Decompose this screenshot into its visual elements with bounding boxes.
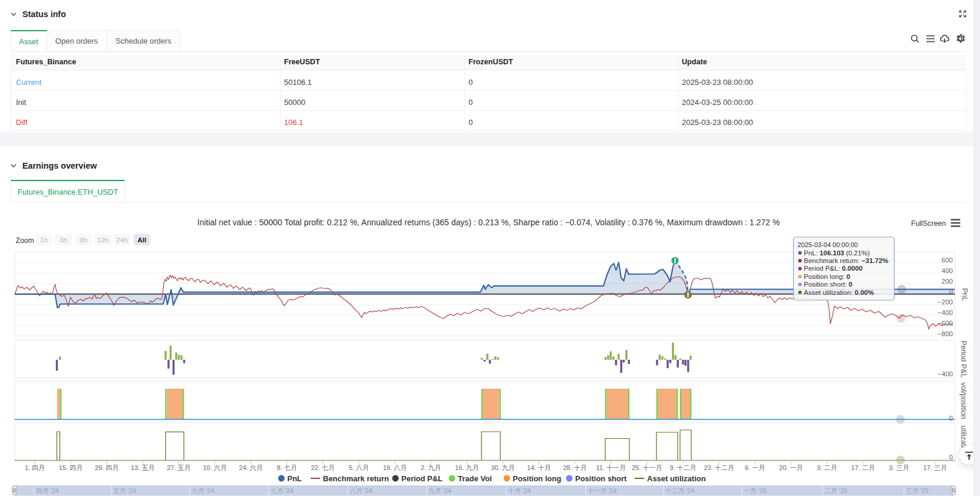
svg-text:Period P&L: Period P&L bbox=[959, 340, 968, 377]
svg-text:十一月 '24: 十一月 '24 bbox=[588, 487, 616, 494]
svg-text:400: 400 bbox=[942, 267, 953, 274]
svg-text:10. 六月: 10. 六月 bbox=[203, 464, 226, 471]
svg-text:二月 '25: 二月 '25 bbox=[824, 487, 847, 494]
svg-text:17. 三月: 17. 三月 bbox=[923, 464, 947, 471]
svg-text:Initial net value : 50000 Tota: Initial net value : 50000 Total profit: … bbox=[197, 218, 780, 227]
svg-text:十二月 '24: 十二月 '24 bbox=[665, 487, 694, 494]
svg-text:28. 十月: 28. 十月 bbox=[563, 464, 586, 471]
svg-text:3. 二月: 3. 二月 bbox=[817, 464, 837, 471]
svg-text:23. 十二月: 23. 十二月 bbox=[704, 464, 734, 471]
svg-text:5. 八月: 5. 八月 bbox=[349, 464, 369, 471]
svg-text:八月 '24: 八月 '24 bbox=[349, 487, 372, 495]
svg-text:六月 '24: 六月 '24 bbox=[192, 487, 215, 494]
svg-text:8. 七月: 8. 七月 bbox=[277, 464, 297, 471]
svg-text:−400: −400 bbox=[938, 370, 953, 377]
svg-text:14. 十月: 14. 十月 bbox=[527, 464, 550, 471]
svg-text:9. 十二月: 9. 十二月 bbox=[669, 464, 696, 471]
svg-text:2025-03-04 00:00:00: 2025-03-04 00:00:00 bbox=[798, 241, 858, 248]
svg-text:三月 '25: 三月 '25 bbox=[906, 487, 929, 494]
svg-text:−800: −800 bbox=[938, 330, 953, 337]
svg-text:PnL: PnL bbox=[961, 288, 969, 301]
svg-text:0: 0 bbox=[949, 288, 953, 295]
svg-text:四月 '24: 四月 '24 bbox=[36, 487, 59, 494]
svg-text:七月 '24: 七月 '24 bbox=[270, 487, 293, 494]
svg-text:FullScreen: FullScreen bbox=[911, 219, 946, 228]
svg-text:16. 九月: 16. 九月 bbox=[455, 464, 479, 471]
svg-text:15. 四月: 15. 四月 bbox=[59, 464, 83, 471]
svg-text:Benchmark return: −31.72%: Benchmark return: −31.72% bbox=[804, 257, 889, 264]
svg-text:17. 二月: 17. 二月 bbox=[851, 464, 875, 471]
svg-text:20. 一月: 20. 一月 bbox=[779, 464, 803, 471]
svg-text:Trade Vol: Trade Vol bbox=[458, 474, 492, 483]
svg-text:Position short: Position short bbox=[575, 474, 627, 483]
svg-text:3. 三月: 3. 三月 bbox=[889, 464, 909, 471]
svg-text:25. 十一月: 25. 十一月 bbox=[632, 464, 662, 471]
svg-text:PnL: PnL bbox=[288, 474, 302, 483]
svg-text:11. 十一月: 11. 十一月 bbox=[596, 464, 626, 471]
svg-text:九月 '24: 九月 '24 bbox=[428, 487, 451, 494]
svg-text:1. 四月: 1. 四月 bbox=[25, 464, 45, 471]
svg-text:600: 600 bbox=[942, 257, 953, 264]
svg-text:13. 五月: 13. 五月 bbox=[131, 464, 154, 471]
svg-text:2. 九月: 2. 九月 bbox=[421, 464, 441, 471]
svg-text:十月 '24: 十月 '24 bbox=[508, 487, 531, 494]
svg-text:Benchmark return: Benchmark return bbox=[323, 474, 389, 483]
svg-text:30. 九月: 30. 九月 bbox=[491, 464, 514, 471]
svg-text:−200: −200 bbox=[938, 298, 953, 306]
svg-text:22. 七月: 22. 七月 bbox=[311, 464, 335, 471]
svg-text:19. 八月: 19. 八月 bbox=[383, 464, 407, 471]
svg-text:Position long: 0: Position long: 0 bbox=[804, 273, 850, 280]
svg-text:24. 六月: 24. 六月 bbox=[239, 464, 263, 471]
svg-text:0: 0 bbox=[949, 454, 953, 461]
svg-text:Period P&L: 0.0000: Period P&L: 0.0000 bbox=[804, 265, 863, 272]
svg-text:29. 四月: 29. 四月 bbox=[95, 464, 118, 471]
svg-text:PnL: 106.103 (0.21%): PnL: 106.103 (0.21%) bbox=[804, 249, 870, 257]
svg-text:Position short: 0: Position short: 0 bbox=[804, 281, 852, 288]
svg-text:6. 一月: 6. 一月 bbox=[745, 464, 765, 471]
svg-text:Asset utilization: Asset utilization bbox=[647, 474, 706, 483]
svg-text:−600: −600 bbox=[938, 320, 953, 327]
svg-text:27. 五月: 27. 五月 bbox=[167, 464, 190, 471]
svg-text:200: 200 bbox=[942, 278, 953, 285]
svg-text:Position long: Position long bbox=[513, 474, 561, 483]
svg-text:−400: −400 bbox=[938, 309, 953, 316]
svg-text:五月 '24: 五月 '24 bbox=[113, 487, 136, 494]
svg-text:0: 0 bbox=[949, 415, 953, 422]
svg-text:一月 '25: 一月 '25 bbox=[744, 487, 767, 494]
svg-text:Period P&L: Period P&L bbox=[401, 474, 443, 483]
svg-text:vol/position: vol/position bbox=[959, 382, 968, 419]
svg-text:Asset utilization: 0.00%: Asset utilization: 0.00% bbox=[804, 289, 874, 296]
